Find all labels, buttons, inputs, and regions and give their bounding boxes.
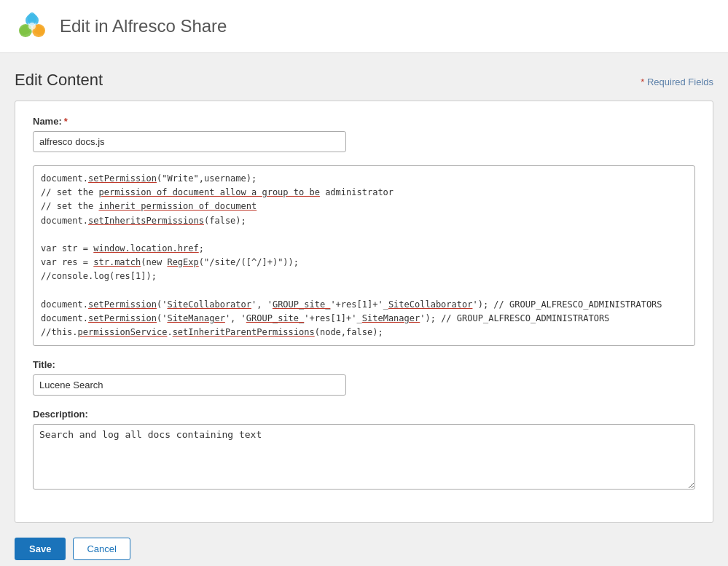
alfresco-logo-icon — [15, 9, 50, 44]
header: Edit in Alfresco Share — [0, 0, 728, 53]
button-row: Save Cancel — [15, 538, 713, 560]
cancel-button[interactable]: Cancel — [73, 538, 130, 560]
title-label: Title: — [33, 359, 695, 370]
name-field-group: Name:* — [33, 116, 695, 152]
description-label: Description: — [33, 409, 695, 420]
save-button[interactable]: Save — [15, 538, 66, 560]
description-field-group: Description: Search and log all docs con… — [33, 409, 695, 492]
required-asterisk: * — [641, 76, 647, 87]
name-required-star: * — [64, 116, 68, 127]
title-input[interactable] — [33, 374, 346, 396]
required-fields-note: * Required Fields — [641, 76, 713, 87]
code-editor[interactable]: document.setPermission("Write",username)… — [33, 165, 695, 346]
name-label: Name:* — [33, 116, 695, 127]
name-input[interactable] — [33, 131, 346, 152]
required-fields-label: Required Fields — [647, 76, 713, 87]
form-panel: Name:* document.setPermission("Write",us… — [15, 101, 713, 523]
page-title: Edit Content — [15, 71, 103, 90]
main-content: Edit Content * Required Fields Name:* do… — [0, 53, 728, 566]
svg-point-7 — [28, 23, 36, 30]
header-title: Edit in Alfresco Share — [60, 16, 227, 36]
description-input[interactable]: Search and log all docs containing text — [33, 424, 695, 490]
code-field-group: document.setPermission("Write",username)… — [33, 165, 695, 346]
title-field-group: Title: — [33, 359, 695, 396]
